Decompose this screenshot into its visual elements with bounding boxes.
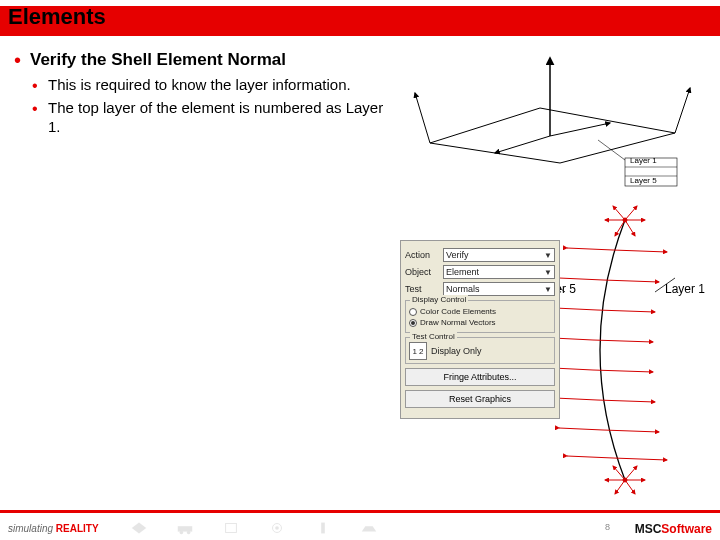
- action-label: Action: [405, 250, 439, 260]
- fringe-attributes-button[interactable]: Fringe Attributes...: [405, 368, 555, 386]
- slide-title: Elements: [0, 0, 720, 34]
- test-value: Normals: [446, 284, 480, 294]
- radio-draw-normals-label: Draw Normal Vectors: [420, 318, 496, 327]
- svg-line-31: [593, 340, 653, 342]
- svg-line-12: [625, 206, 637, 220]
- svg-line-2: [675, 88, 690, 133]
- chevron-down-icon: ▼: [544, 268, 552, 277]
- logo-msc: MSC: [635, 522, 662, 536]
- svg-line-25: [613, 250, 667, 252]
- svg-line-24: [567, 248, 613, 250]
- tagline-real: REALITY: [56, 523, 99, 534]
- svg-line-33: [593, 370, 653, 372]
- radio-draw-normals[interactable]: Draw Normal Vectors: [409, 318, 551, 327]
- svg-line-35: [597, 400, 655, 402]
- object-label: Object: [405, 267, 439, 277]
- svg-line-16: [625, 220, 635, 236]
- svg-line-39: [613, 458, 667, 460]
- test-control-fieldset: Test Control 1 2 Display Only: [405, 337, 555, 364]
- radio-icon: [409, 308, 417, 316]
- layer-arrows-diagram: [555, 200, 710, 500]
- verify-panel: Action Verify ▼ Object Element ▼ Test No…: [400, 240, 560, 419]
- svg-line-22: [615, 480, 625, 494]
- test-control-legend: Test Control: [410, 332, 457, 341]
- svg-line-34: [555, 398, 597, 400]
- svg-line-38: [567, 456, 613, 458]
- chevron-down-icon: ▼: [544, 251, 552, 260]
- logo-software: Software: [661, 522, 712, 536]
- svg-line-1: [415, 93, 430, 143]
- plane-icon: [130, 520, 148, 536]
- guide-elem-box[interactable]: 1 2: [409, 342, 427, 360]
- svg-line-28: [555, 308, 597, 310]
- svg-line-37: [603, 430, 659, 432]
- footer-logo: MSCSoftware: [635, 522, 712, 536]
- chevron-down-icon: ▼: [544, 285, 552, 294]
- svg-line-30: [555, 338, 593, 340]
- display-only-label: Display Only: [431, 346, 482, 356]
- svg-line-27: [603, 280, 659, 282]
- bullet-heading: Verify the Shell Element Normal: [30, 50, 286, 69]
- svg-point-43: [180, 531, 184, 535]
- test-dropdown[interactable]: Normals ▼: [443, 282, 555, 296]
- svg-line-26: [559, 278, 603, 280]
- action-value: Verify: [446, 250, 469, 260]
- svg-rect-48: [321, 523, 325, 534]
- diagram-top-layer5: Layer 5: [630, 176, 657, 185]
- svg-point-47: [275, 526, 279, 530]
- chip-icon: [222, 520, 240, 536]
- svg-line-36: [559, 428, 603, 430]
- reset-graphics-button[interactable]: Reset Graphics: [405, 390, 555, 408]
- diagram-top-layer1: Layer 1: [630, 156, 657, 165]
- tagline-sim: simulating: [8, 523, 53, 534]
- svg-line-5: [550, 123, 610, 136]
- label-layer-1: Layer 1: [665, 282, 705, 296]
- gear-icon: [268, 520, 286, 536]
- footer-icons: [130, 520, 378, 536]
- svg-line-32: [555, 368, 593, 370]
- bullet-item-2: The top layer of the element is numbered…: [30, 99, 390, 137]
- radio-color-code-label: Color Code Elements: [420, 307, 496, 316]
- bottle-icon: [314, 520, 332, 536]
- display-control-fieldset: Display Control Color Code Elements Draw…: [405, 300, 555, 333]
- svg-line-29: [597, 310, 655, 312]
- svg-rect-45: [226, 524, 237, 533]
- svg-rect-42: [178, 526, 192, 531]
- svg-line-23: [625, 480, 635, 494]
- bullet-item-1: This is required to know the layer infor…: [30, 76, 390, 95]
- test-label: Test: [405, 284, 439, 294]
- object-value: Element: [446, 267, 479, 277]
- radio-icon: [409, 319, 417, 327]
- ship-icon: [360, 520, 378, 536]
- object-dropdown[interactable]: Element ▼: [443, 265, 555, 279]
- action-dropdown[interactable]: Verify ▼: [443, 248, 555, 262]
- title-underline: [0, 34, 720, 36]
- content-block: Verify the Shell Element Normal This is …: [10, 50, 390, 142]
- svg-point-44: [187, 531, 191, 535]
- footer: simulating REALITY 8 MSCSoftware: [0, 510, 720, 540]
- display-control-legend: Display Control: [410, 295, 468, 304]
- svg-line-9: [598, 140, 625, 160]
- svg-line-11: [613, 206, 625, 220]
- radio-color-code[interactable]: Color Code Elements: [409, 307, 551, 316]
- shell-normal-diagram: Layer 1 Layer 5: [400, 48, 700, 198]
- svg-line-18: [613, 466, 625, 480]
- svg-line-19: [625, 466, 637, 480]
- page-number: 8: [605, 522, 610, 532]
- footer-tagline: simulating REALITY: [8, 523, 99, 534]
- car-icon: [176, 520, 194, 536]
- svg-line-4: [495, 136, 550, 153]
